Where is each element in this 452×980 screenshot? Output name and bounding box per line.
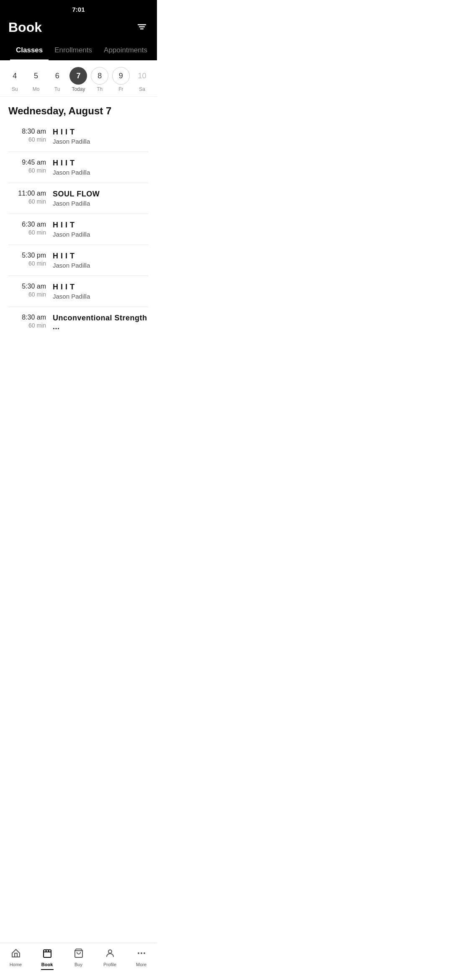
class-item-0[interactable]: 8:30 am 60 min H I I T Jason Padilla bbox=[8, 121, 149, 152]
tab-classes[interactable]: Classes bbox=[10, 42, 49, 60]
day-number-4: 4 bbox=[6, 67, 23, 85]
day-9[interactable]: 9 Fr bbox=[112, 67, 130, 92]
class-item-6[interactable]: 8:30 am 60 min Unconventional Strength .… bbox=[8, 307, 149, 338]
status-bar: 7:01 bbox=[8, 6, 149, 16]
day-number-7: 7 bbox=[69, 67, 87, 85]
day-7-today[interactable]: 7 Today bbox=[69, 67, 87, 92]
class-time-5: 5:30 am 60 min bbox=[8, 283, 46, 298]
day-label-10: Sa bbox=[139, 86, 145, 92]
calendar-strip: 4 Su 5 Mo 6 Tu 7 Today 8 Th 9 Fr 10 Sa bbox=[0, 60, 157, 97]
class-info-4: H I I T Jason Padilla bbox=[53, 252, 149, 269]
day-6[interactable]: 6 Tu bbox=[48, 67, 67, 92]
header-row: Book bbox=[8, 16, 149, 42]
time-display: 7:01 bbox=[72, 6, 85, 13]
class-info-6: Unconventional Strength ... bbox=[53, 314, 149, 331]
class-info-3: H I I T Jason Padilla bbox=[53, 221, 149, 238]
class-item-4[interactable]: 5:30 pm 60 min H I I T Jason Padilla bbox=[8, 245, 149, 276]
day-number-10: 10 bbox=[134, 67, 151, 85]
day-5[interactable]: 5 Mo bbox=[27, 67, 45, 92]
day-8[interactable]: 8 Th bbox=[90, 67, 109, 92]
date-heading: Wednesday, August 7 bbox=[0, 97, 157, 121]
day-label-today: Today bbox=[72, 86, 85, 92]
class-item-3[interactable]: 6:30 am 60 min H I I T Jason Padilla bbox=[8, 214, 149, 245]
class-time-0: 8:30 am 60 min bbox=[8, 128, 46, 143]
class-time-6: 8:30 am 60 min bbox=[8, 314, 46, 329]
tab-appointments[interactable]: Appointments bbox=[98, 42, 153, 60]
day-label-6: Tu bbox=[54, 86, 60, 92]
day-label-9: Fr bbox=[118, 86, 123, 92]
tab-enrollments[interactable]: Enrollments bbox=[49, 42, 98, 60]
class-item-2[interactable]: 11:00 am 60 min SOUL FLOW Jason Padilla bbox=[8, 183, 149, 214]
tabs-bar: Classes Enrollments Appointments bbox=[8, 42, 149, 60]
class-list: 8:30 am 60 min H I I T Jason Padilla 9:4… bbox=[0, 121, 157, 371]
class-info-5: H I I T Jason Padilla bbox=[53, 283, 149, 300]
day-number-5: 5 bbox=[27, 67, 45, 85]
day-4[interactable]: 4 Su bbox=[5, 67, 24, 92]
filter-button[interactable] bbox=[135, 20, 149, 35]
day-number-6: 6 bbox=[49, 67, 66, 85]
day-number-9: 9 bbox=[112, 67, 130, 85]
class-time-4: 5:30 pm 60 min bbox=[8, 252, 46, 267]
day-label-8: Th bbox=[97, 86, 103, 92]
day-label-5: Mo bbox=[33, 86, 40, 92]
class-time-2: 11:00 am 60 min bbox=[8, 190, 46, 205]
class-info-0: H I I T Jason Padilla bbox=[53, 128, 149, 145]
class-time-3: 6:30 am 60 min bbox=[8, 221, 46, 236]
page-title: Book bbox=[8, 20, 42, 35]
day-number-8: 8 bbox=[91, 67, 108, 85]
class-time-1: 9:45 am 60 min bbox=[8, 159, 46, 174]
class-item-1[interactable]: 9:45 am 60 min H I I T Jason Padilla bbox=[8, 152, 149, 183]
class-info-2: SOUL FLOW Jason Padilla bbox=[53, 190, 149, 207]
day-10[interactable]: 10 Sa bbox=[133, 67, 152, 92]
class-info-1: H I I T Jason Padilla bbox=[53, 159, 149, 176]
class-item-5[interactable]: 5:30 am 60 min H I I T Jason Padilla bbox=[8, 276, 149, 307]
day-label-4: Su bbox=[12, 86, 18, 92]
